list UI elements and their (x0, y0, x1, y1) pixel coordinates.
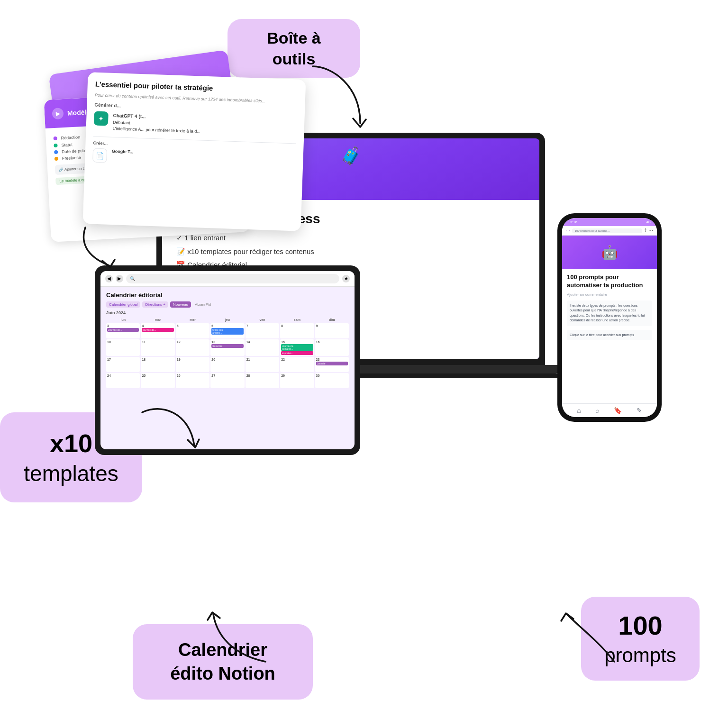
cal-cell-20: 22 (280, 357, 314, 372)
cal-cell-27: 29 (280, 373, 314, 388)
cal-cell-12: 14 (246, 339, 279, 356)
month-label: Juin 2024 (106, 310, 349, 315)
notion-card-front: L'essentiel pour piloter ta stratégie Po… (83, 72, 306, 231)
templates-label: templates (24, 461, 118, 486)
cal-cell-3: 5 (176, 323, 209, 338)
robot-icon: 🤖 (601, 245, 618, 260)
cal-cell-10: 12 (176, 339, 209, 356)
tablet-title: Calendrier éditorial (106, 291, 349, 299)
cal-cell-6: 8 (280, 323, 314, 338)
cal-cell-28: 30 (315, 373, 349, 388)
card-front-title: L'essentiel pour piloter ta stratégie (95, 80, 298, 95)
tablet-content: Calendrier éditorial Calendrier global D… (100, 287, 355, 393)
search-icon: ⌕ (595, 407, 599, 414)
toolbar-new-btn[interactable]: Nouveau (170, 301, 191, 308)
gdrive-item: 📄 Google T... (92, 148, 296, 169)
tab-search-bar: 🔍 (126, 274, 339, 283)
notion-arrow (71, 218, 137, 275)
templates-arrow (128, 389, 204, 464)
toolbar-directions: Directions + (142, 301, 168, 308)
card-front-desc: Pour créer du contenu optimisé avec cet … (95, 93, 298, 105)
cal-cell-16: 18 (141, 357, 174, 372)
phone-forward-icon: › (569, 229, 570, 232)
phone-status-bar: 13:16 4G (562, 218, 657, 226)
cal-cell-8: 10 (106, 339, 140, 356)
pack-item-2: 📝 x10 templates pour rédiger tes contenu… (176, 245, 525, 259)
cal-cell-5: 7 (246, 323, 279, 338)
phone-header: 🤖 (562, 236, 657, 269)
cal-cell-17: 19 (176, 357, 209, 372)
calendar-grid: lun mar mer jeu ven sam dim 3Journée de.… (106, 317, 349, 388)
cal-day-mer: mer (176, 317, 209, 322)
phone-screen: 13:16 4G ‹ › 100 prompts pour automa... … (562, 218, 657, 417)
gdrive-icon: 📄 (92, 148, 107, 163)
pack-item-1: ✓ 1 lien entrant (176, 231, 525, 245)
cal-cell-13: 15Journée lasemaine...importan... (280, 339, 314, 356)
phone: 13:16 4G ‹ › 100 prompts pour automa... … (557, 213, 662, 422)
phone-url-bar: 100 prompts pour automa... (572, 228, 642, 233)
cal-cell-9: 11 (141, 339, 174, 356)
edit-icon: ✎ (637, 407, 642, 414)
cal-cell-21: 23Journée (315, 357, 349, 372)
toolbar-calendar-global: Calendrier global (106, 301, 140, 308)
tab-forward: ▶ (116, 275, 123, 282)
phone-share-icon: ⤴ (644, 228, 646, 233)
bookmark-icon: 🔖 (614, 407, 622, 414)
tab-back: ◀ (105, 275, 113, 282)
prompts-arrow (557, 595, 633, 671)
tablet-browser-bar: ◀ ▶ 🔍 ★ (100, 271, 355, 287)
cal-cell-14: 16 (315, 339, 349, 356)
cal-cell-18: 20 (210, 357, 244, 372)
cal-cell-7: 9 (315, 323, 349, 338)
cal-cell-2: 4journée de... (141, 323, 174, 338)
phone-text-block-1: Il existe deux types de prompts : les qu… (567, 300, 652, 326)
phone-text-block-2: Clique sur le titre pour accéder aux pro… (567, 330, 652, 341)
home-icon: ⌂ (577, 407, 581, 414)
cal-cell-26: 28 (246, 373, 279, 388)
cal-cell-19: 21 (246, 357, 279, 372)
toolbox-line1: Boîte à (267, 29, 320, 47)
cal-day-lun: lun (106, 317, 140, 322)
cal-day-sam: sam (280, 317, 314, 322)
cal-cell-22: 24 (106, 373, 140, 388)
chatgpt-item: ✦ ChatGPT 4 (t... Débutant L'intelligenc… (93, 111, 297, 138)
toolbar-extra: AlzanrPid (195, 302, 211, 307)
phone-browser-bar: ‹ › 100 prompts pour automa... ⤴ ⋯ (562, 226, 657, 236)
gdrive-text: Google T... (112, 148, 134, 154)
phone-body: 100 prompts pour automatiser ta producti… (562, 269, 657, 403)
phone-comments-label: Ajouter un commentaire (567, 292, 652, 297)
cal-cell-23: 25 (141, 373, 174, 388)
cal-cell-25: 27 (210, 373, 244, 388)
toolbox-arrow (284, 57, 379, 152)
cal-day-mar: mar (141, 317, 174, 322)
cal-cell-15: 17 (106, 357, 140, 372)
tab-bookmark: ★ (342, 275, 350, 282)
phone-time: 13:16 (568, 220, 577, 224)
chatgpt-text: ChatGPT 4 (t... Débutant L'intelligence … (112, 112, 201, 135)
cal-cell-1: 3Journée de... (106, 323, 140, 338)
phone-signal: 4G (646, 220, 651, 224)
cal-day-dim: dim (315, 317, 349, 322)
cal-cell-24: 26 (176, 373, 209, 388)
phone-nav-bar: ⌂ ⌕ 🔖 ✎ (562, 403, 657, 417)
phone-article-title: 100 prompts pour automatiser ta producti… (567, 273, 652, 290)
phone-back-icon: ‹ (566, 229, 567, 232)
cal-day-ven: ven (246, 317, 279, 322)
chatgpt-icon: ✦ (94, 111, 109, 126)
calendar-arrow (199, 586, 284, 671)
phone-menu-icon: ⋯ (648, 228, 653, 233)
tablet-toolbar: Calendrier global Directions + Nouveau A… (106, 301, 349, 308)
cal-cell-4: 65 titre desarticles... (210, 323, 244, 338)
cal-cell-11: 13Sans titre (210, 339, 244, 356)
cal-day-jeu: jeu (210, 317, 244, 322)
